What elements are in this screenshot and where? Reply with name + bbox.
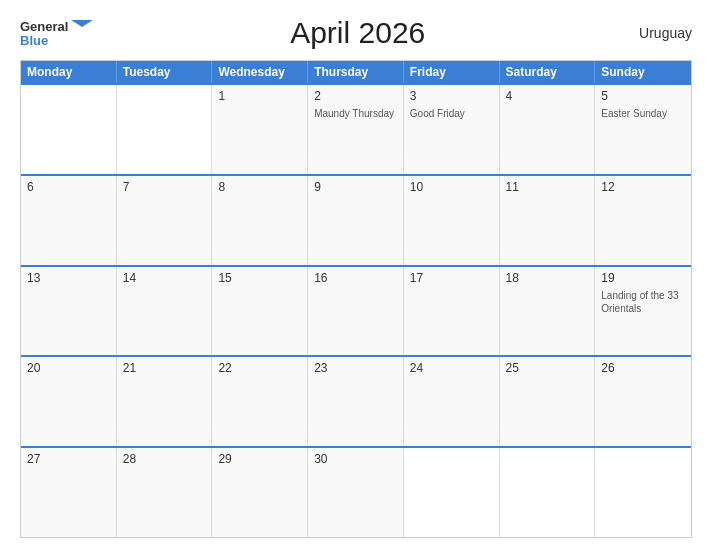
calendar-week-4: 20212223242526 — [21, 355, 691, 446]
calendar-week-1: 12Maundy Thursday3Good Friday45Easter Su… — [21, 83, 691, 174]
holiday-label: Good Friday — [410, 107, 493, 120]
cal-cell: 7 — [117, 176, 213, 265]
cal-cell: 1 — [212, 85, 308, 174]
day-number: 21 — [123, 361, 206, 375]
day-number: 13 — [27, 271, 110, 285]
cal-cell: 13 — [21, 267, 117, 356]
country-label: Uruguay — [622, 25, 692, 41]
header-monday: Monday — [21, 61, 117, 83]
cal-cell: 26 — [595, 357, 691, 446]
header-thursday: Thursday — [308, 61, 404, 83]
cal-cell: 4 — [500, 85, 596, 174]
header: General Blue April 2026 Uruguay — [20, 16, 692, 50]
cal-cell: 23 — [308, 357, 404, 446]
cal-cell — [500, 448, 596, 537]
day-number: 27 — [27, 452, 110, 466]
calendar-title: April 2026 — [93, 16, 622, 50]
day-number: 28 — [123, 452, 206, 466]
day-number: 5 — [601, 89, 685, 103]
cal-cell: 15 — [212, 267, 308, 356]
cal-cell — [117, 85, 213, 174]
cal-cell: 19Landing of the 33 Orientals — [595, 267, 691, 356]
cal-cell: 2Maundy Thursday — [308, 85, 404, 174]
day-number: 2 — [314, 89, 397, 103]
holiday-label: Landing of the 33 Orientals — [601, 289, 685, 315]
logo-flag-icon — [71, 20, 93, 34]
day-number: 25 — [506, 361, 589, 375]
cal-cell: 18 — [500, 267, 596, 356]
cal-cell: 3Good Friday — [404, 85, 500, 174]
logo-blue-text: Blue — [20, 34, 48, 47]
cal-cell: 21 — [117, 357, 213, 446]
day-number: 15 — [218, 271, 301, 285]
day-number: 9 — [314, 180, 397, 194]
day-number: 10 — [410, 180, 493, 194]
header-tuesday: Tuesday — [117, 61, 213, 83]
cal-cell: 5Easter Sunday — [595, 85, 691, 174]
cal-cell: 9 — [308, 176, 404, 265]
day-number: 16 — [314, 271, 397, 285]
day-number: 30 — [314, 452, 397, 466]
header-saturday: Saturday — [500, 61, 596, 83]
cal-cell: 11 — [500, 176, 596, 265]
cal-cell: 6 — [21, 176, 117, 265]
cal-cell: 27 — [21, 448, 117, 537]
day-number: 18 — [506, 271, 589, 285]
day-number: 3 — [410, 89, 493, 103]
cal-cell: 29 — [212, 448, 308, 537]
day-number: 29 — [218, 452, 301, 466]
cal-cell — [595, 448, 691, 537]
calendar-week-3: 13141516171819Landing of the 33 Oriental… — [21, 265, 691, 356]
day-number: 17 — [410, 271, 493, 285]
header-wednesday: Wednesday — [212, 61, 308, 83]
cal-cell — [21, 85, 117, 174]
day-number: 24 — [410, 361, 493, 375]
logo: General Blue — [20, 20, 93, 47]
cal-cell: 14 — [117, 267, 213, 356]
logo-general-text: General — [20, 20, 68, 33]
cal-cell — [404, 448, 500, 537]
calendar-body: 12Maundy Thursday3Good Friday45Easter Su… — [21, 83, 691, 537]
day-number: 1 — [218, 89, 301, 103]
calendar-page: General Blue April 2026 Uruguay Monday T… — [0, 0, 712, 550]
day-number: 4 — [506, 89, 589, 103]
cal-cell: 17 — [404, 267, 500, 356]
cal-cell: 8 — [212, 176, 308, 265]
cal-cell: 16 — [308, 267, 404, 356]
cal-cell: 22 — [212, 357, 308, 446]
day-number: 23 — [314, 361, 397, 375]
day-number: 19 — [601, 271, 685, 285]
cal-cell: 28 — [117, 448, 213, 537]
cal-cell: 24 — [404, 357, 500, 446]
day-number: 20 — [27, 361, 110, 375]
holiday-label: Maundy Thursday — [314, 107, 397, 120]
cal-cell: 20 — [21, 357, 117, 446]
day-number: 11 — [506, 180, 589, 194]
holiday-label: Easter Sunday — [601, 107, 685, 120]
cal-cell: 25 — [500, 357, 596, 446]
header-friday: Friday — [404, 61, 500, 83]
calendar-grid: Monday Tuesday Wednesday Thursday Friday… — [20, 60, 692, 538]
header-sunday: Sunday — [595, 61, 691, 83]
day-number: 14 — [123, 271, 206, 285]
cal-cell: 12 — [595, 176, 691, 265]
day-number: 6 — [27, 180, 110, 194]
day-number: 22 — [218, 361, 301, 375]
day-number: 12 — [601, 180, 685, 194]
cal-cell: 30 — [308, 448, 404, 537]
calendar-header-row: Monday Tuesday Wednesday Thursday Friday… — [21, 61, 691, 83]
day-number: 7 — [123, 180, 206, 194]
calendar-week-2: 6789101112 — [21, 174, 691, 265]
day-number: 8 — [218, 180, 301, 194]
cal-cell: 10 — [404, 176, 500, 265]
day-number: 26 — [601, 361, 685, 375]
calendar-week-5: 27282930 — [21, 446, 691, 537]
